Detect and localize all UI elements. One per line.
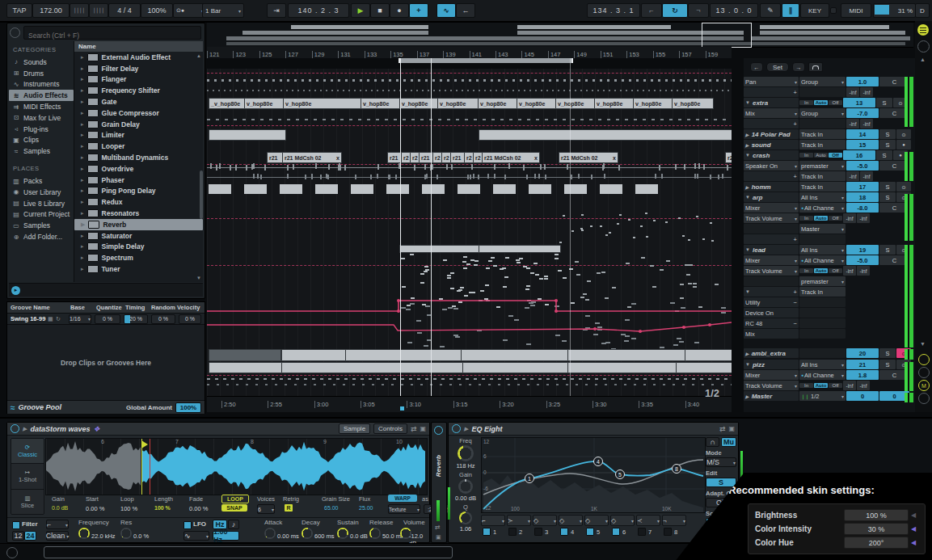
mixer-select[interactable]: Mixer bbox=[744, 255, 799, 265]
mode-oneshot-button[interactable]: ↦1-Shot bbox=[11, 464, 44, 489]
groove-col-velocity[interactable]: Velocity bbox=[177, 304, 201, 311]
track-number[interactable]: 19 bbox=[846, 245, 879, 255]
grape-hotswap-icon[interactable]: ❖ bbox=[93, 425, 99, 433]
sidebar-category[interactable]: ⊡Max for Live bbox=[9, 112, 74, 124]
grain-size-value[interactable]: 65.00 bbox=[324, 505, 339, 511]
global-amount-value[interactable]: 100% bbox=[175, 402, 201, 413]
groove-velocity-value[interactable]: 0 % bbox=[179, 314, 201, 324]
gain-knob[interactable] bbox=[458, 479, 473, 494]
voices-value[interactable]: 6 bbox=[257, 504, 275, 514]
audio-clip[interactable] bbox=[685, 349, 732, 361]
route-select[interactable]: Track In bbox=[799, 171, 846, 181]
slope-12-button[interactable]: 12 bbox=[12, 531, 24, 541]
attack-knob[interactable] bbox=[264, 528, 276, 539]
grip-icon[interactable] bbox=[917, 40, 930, 53]
filter-checkbox[interactable] bbox=[12, 521, 20, 529]
retrig-toggle[interactable]: R bbox=[285, 504, 293, 512]
device-mix-param[interactable]: Mix bbox=[744, 329, 799, 339]
follow-button[interactable]: ⇥ bbox=[267, 3, 286, 18]
mode-classic-button[interactable]: ⟳Classic bbox=[11, 439, 44, 464]
loop-set-right-button[interactable]: → bbox=[792, 62, 805, 72]
solo-button[interactable]: S bbox=[879, 348, 896, 358]
arrangement-overview[interactable] bbox=[207, 23, 913, 48]
loop-end-line[interactable] bbox=[570, 58, 571, 396]
groove-refresh-icon[interactable]: ↻ bbox=[56, 316, 69, 322]
device-list-item[interactable]: Filter Delay bbox=[74, 63, 203, 74]
loop-brace[interactable] bbox=[399, 58, 573, 63]
device-rc48[interactable]: RC 48− bbox=[744, 318, 799, 328]
device-list-item[interactable]: Ping Pong Delay bbox=[74, 186, 203, 197]
sidebar-place[interactable]: ⊕Add Folder... bbox=[9, 231, 74, 242]
save-preset-icon[interactable]: ▣ bbox=[728, 425, 735, 432]
volume-value[interactable]: -7.0 bbox=[846, 108, 879, 118]
device-list-item[interactable]: Limiter bbox=[74, 130, 203, 141]
band-3[interactable]: ◇3 bbox=[533, 515, 557, 536]
loop-length-field[interactable]: 13 . 0 . 0 bbox=[710, 3, 758, 18]
decay-value[interactable]: 600 ms bbox=[314, 533, 335, 540]
quantize-field[interactable]: 100% bbox=[141, 3, 173, 18]
pan-select[interactable]: Pan bbox=[744, 77, 799, 86]
playhead-line[interactable] bbox=[431, 58, 432, 396]
draw-mode-button[interactable]: ✎ bbox=[760, 3, 781, 18]
hot-swap-icon[interactable]: ⇄ bbox=[435, 524, 441, 531]
solo-button[interactable]: S bbox=[879, 360, 896, 369]
tempo-field[interactable]: 172.00 bbox=[32, 3, 70, 18]
monitor-toggle[interactable]: InAutoOff bbox=[799, 213, 842, 223]
sidebar-category-audio-effects[interactable]: ≋Audio Effects bbox=[9, 90, 74, 101]
audio-clip[interactable] bbox=[462, 362, 571, 373]
track-number[interactable]: 17 bbox=[846, 182, 879, 192]
track-number[interactable]: 15 bbox=[846, 140, 879, 149]
mix-select[interactable]: Mix bbox=[744, 108, 799, 118]
track-number[interactable]: 20 bbox=[846, 348, 879, 358]
track-number[interactable]: 14 bbox=[846, 129, 879, 139]
tab-controls[interactable]: Controls bbox=[373, 423, 407, 434]
groove-col-random[interactable]: Random bbox=[151, 304, 177, 311]
slider-handle-icon[interactable]: ◀ bbox=[911, 539, 916, 546]
route-select[interactable]: Master bbox=[799, 224, 846, 234]
sidebar-place[interactable]: ▭Samples bbox=[9, 220, 74, 231]
release-knob[interactable] bbox=[369, 528, 381, 539]
band-7[interactable]: ≺7 bbox=[636, 515, 660, 536]
track-title-pizz[interactable]: ▼pizz bbox=[744, 360, 799, 369]
route-select[interactable]: Track In bbox=[799, 129, 846, 139]
device-list-item[interactable]: Gate bbox=[74, 96, 203, 107]
route-select[interactable]: Track In bbox=[799, 182, 846, 192]
device-list-item[interactable]: Simple Delay bbox=[74, 242, 203, 253]
mode-slice-button[interactable]: ▥Slice bbox=[11, 490, 44, 514]
device-param-select[interactable]: Speaker On bbox=[744, 161, 799, 171]
list-scrollbar[interactable] bbox=[200, 171, 203, 219]
device-fold-row[interactable]: ▼+ bbox=[744, 287, 799, 297]
device-fold-icon[interactable]: ▶ bbox=[464, 426, 468, 432]
loop-start-line[interactable] bbox=[400, 58, 401, 396]
track-title-ambi-extra[interactable]: ▶ambi_extra bbox=[744, 348, 799, 358]
start-marker-flag[interactable] bbox=[141, 440, 148, 448]
freq-value[interactable]: 118 Hz bbox=[452, 462, 479, 469]
hamburger-menu-icon[interactable] bbox=[917, 24, 929, 36]
device-list-item[interactable]: Tuner bbox=[74, 263, 203, 275]
decay-knob[interactable] bbox=[302, 528, 313, 539]
device-on-param[interactable]: Device On bbox=[744, 308, 799, 318]
audio-clip[interactable] bbox=[345, 349, 464, 361]
warp-toggle[interactable]: WARP bbox=[388, 495, 417, 502]
add-automation-button[interactable]: + bbox=[744, 87, 799, 97]
loop-set-left-button[interactable]: ← bbox=[750, 62, 763, 72]
groove-col-timing[interactable]: Timing bbox=[125, 304, 151, 311]
track-number[interactable]: 18 bbox=[846, 192, 879, 202]
res-knob[interactable] bbox=[120, 528, 132, 539]
device-list-item[interactable]: Grain Delay bbox=[74, 119, 203, 130]
solo-button[interactable]: S bbox=[879, 140, 896, 149]
sidebar-category[interactable]: ♪Sounds bbox=[9, 57, 74, 68]
band-toggle[interactable] bbox=[638, 528, 646, 536]
band-1[interactable]: ⌐1 bbox=[481, 515, 505, 536]
track-title-polar-pad[interactable]: ▶14 Polar Pad bbox=[744, 129, 799, 139]
attack-value[interactable]: 0.00 ms bbox=[277, 533, 299, 540]
play-button[interactable]: ▶ bbox=[351, 3, 370, 18]
mixer-select[interactable]: Mixer bbox=[744, 370, 799, 380]
route-select[interactable]: Group bbox=[799, 108, 846, 118]
snap-toggle[interactable]: SNAP bbox=[221, 504, 247, 512]
scroll-down-icon[interactable]: ▼ bbox=[196, 276, 201, 280]
phase-nudge-down-icon[interactable]: ∣∣∣∣ bbox=[70, 3, 89, 18]
mode-select[interactable]: M/S bbox=[706, 457, 736, 467]
groove-drop-area[interactable]: Drop Clips or Grooves Here bbox=[7, 325, 205, 400]
sidebar-category[interactable]: ∿Instruments bbox=[9, 79, 74, 91]
